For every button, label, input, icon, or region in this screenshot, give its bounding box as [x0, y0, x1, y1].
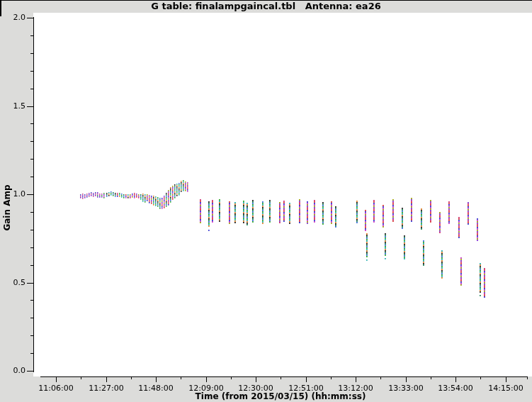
x-axis-title: Time (from 2015/03/15) (hh:mm:ss) — [33, 391, 528, 401]
x-tick-label: 12:30:00 — [233, 384, 278, 393]
x-tick-label: 12:51:00 — [283, 384, 329, 393]
y-tick-label: 0.5 — [6, 278, 26, 287]
x-tick-label: 11:27:00 — [84, 384, 129, 393]
y-tick-label: 1.0 — [6, 189, 26, 199]
plotcal-window: G table: finalampgaincal.tbl Antenna: ea… — [0, 0, 532, 402]
gain-amp-vs-time-chart-canvas — [0, 1, 532, 402]
window-corner-mark — [0, 1, 1, 16]
x-tick-label: 13:54:00 — [433, 384, 478, 393]
y-tick-label: 0.0 — [6, 366, 26, 375]
x-tick-label: 12:09:00 — [183, 384, 229, 393]
x-tick-label: 14:15:00 — [483, 384, 528, 393]
y-tick-label: 2.0 — [6, 13, 26, 22]
y-tick-label: 1.5 — [6, 101, 26, 111]
x-tick-label: 13:33:00 — [383, 384, 429, 393]
x-tick-label: 11:48:00 — [133, 384, 179, 393]
plot-title: G table: finalampgaincal.tbl Antenna: ea… — [0, 1, 532, 13]
x-tick-label: 11:06:00 — [33, 384, 79, 393]
x-tick-label: 13:12:00 — [333, 384, 378, 393]
